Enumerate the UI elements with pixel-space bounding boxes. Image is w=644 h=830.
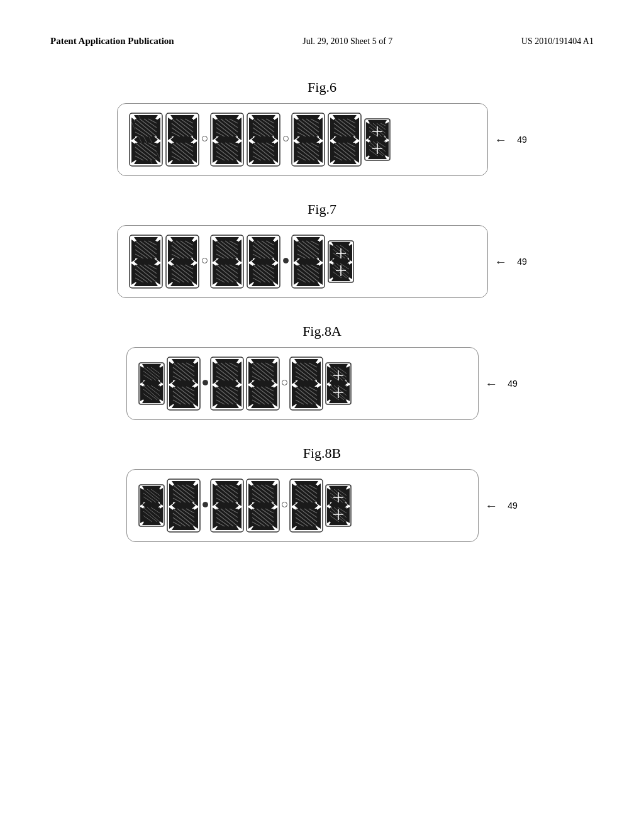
svg-marker-246 [274,240,278,262]
svg-marker-339 [172,380,196,387]
svg-marker-528 [248,507,252,529]
header-patent-number: US 2010/191404 A1 [521,35,594,48]
svg-marker-322 [142,400,161,403]
figure-6-section: Fig.6 [0,79,644,176]
svg-marker-412 [292,385,296,407]
svg-marker-4 [131,141,135,163]
svg-marker-433 [327,366,330,384]
fig8b-decimal-2 [282,502,287,507]
fig8b-digit-5 [289,479,323,533]
svg-marker-224 [213,263,216,285]
svg-marker-432 [329,364,348,367]
svg-marker-56 [238,141,242,163]
fig8b-digit-2 [167,479,201,533]
fig6-digit-7-small [364,118,391,161]
svg-marker-104 [319,141,323,163]
svg-marker-244 [252,237,275,241]
svg-marker-361 [213,362,216,384]
svg-marker-223 [215,258,239,265]
svg-marker-2 [157,118,160,140]
svg-marker-409 [292,362,296,384]
svg-marker-29 [193,118,197,140]
fig8a-digit-3 [210,357,244,411]
fig8b-ref-label: 49 [508,501,518,511]
svg-marker-31 [168,141,172,163]
fig7-digit-3 [210,235,244,289]
svg-marker-101 [319,118,323,140]
svg-marker-526 [274,484,277,506]
svg-marker-437 [347,385,350,401]
svg-marker-99 [296,115,320,119]
svg-marker-482 [172,526,196,530]
fig6-decimal-2 [283,136,289,141]
svg-marker-390 [251,404,275,408]
svg-marker-321 [160,385,163,401]
svg-marker-176 [131,263,135,285]
svg-marker-220 [215,237,239,241]
fig8a-ref-label: 49 [508,379,518,389]
svg-marker-411 [294,380,318,387]
svg-marker-505 [238,507,242,529]
svg-marker-6 [134,160,158,164]
figure-8b-section: Fig.8B [0,445,644,542]
svg-marker-147 [368,120,387,123]
svg-marker-318 [160,366,163,384]
svg-marker-364 [213,385,216,407]
svg-marker-200 [168,263,172,285]
svg-marker-295 [331,258,350,263]
svg-marker-202 [170,282,194,286]
svg-marker-575 [329,502,348,507]
svg-marker-320 [140,385,143,401]
svg-marker-148 [366,122,369,140]
svg-marker-434 [347,366,350,384]
svg-marker-126 [333,136,357,143]
figure-7-display-wrapper: ← 49 [117,225,527,298]
svg-marker-77 [274,118,278,140]
svg-marker-481 [194,507,198,529]
svg-marker-336 [172,359,196,363]
svg-marker-458 [160,488,163,506]
svg-marker-27 [170,115,194,119]
svg-marker-386 [274,362,277,384]
svg-marker-414 [294,404,318,408]
fig6-ref-arrow: ← 49 [494,133,527,147]
svg-marker-149 [386,122,389,140]
svg-marker-250 [252,282,275,286]
svg-marker-362 [238,362,242,384]
svg-marker-201 [193,263,197,285]
fig6-digit-4 [247,113,280,167]
svg-marker-0 [134,115,158,119]
fig8b-digit-6-small [325,484,352,527]
svg-marker-504 [213,507,216,529]
svg-marker-292 [331,242,350,245]
svg-marker-502 [238,484,242,506]
svg-marker-222 [238,240,242,262]
page: Patent Application Publication Jul. 29, … [0,0,644,830]
fig8a-digit-5 [289,357,323,411]
svg-marker-273 [319,263,323,285]
fig6-digit-1 [129,113,163,167]
svg-marker-530 [251,526,275,530]
svg-marker-461 [160,507,163,523]
figure-8a-display-box [126,347,479,420]
svg-marker-123 [333,115,357,119]
svg-marker-548 [294,481,318,485]
svg-marker-198 [193,240,197,262]
svg-marker-124 [330,118,334,140]
fig8b-digit-1-small [138,484,165,527]
svg-marker-360 [215,359,239,363]
header: Patent Application Publication Jul. 29, … [0,0,644,60]
svg-marker-103 [294,141,297,163]
figure-8b-display-box [126,469,479,542]
fig7-digit-6-small [328,240,354,283]
svg-marker-177 [157,263,160,285]
fig7-digit-2 [165,235,199,289]
svg-marker-574 [347,488,350,506]
figure-7-display-box [117,225,488,298]
svg-marker-76 [249,118,253,140]
svg-marker-577 [347,507,350,523]
svg-marker-78 [252,136,275,143]
fig8a-digit-2 [167,357,201,411]
header-publication-label: Patent Application Publication [50,35,174,48]
svg-marker-456 [142,486,161,489]
